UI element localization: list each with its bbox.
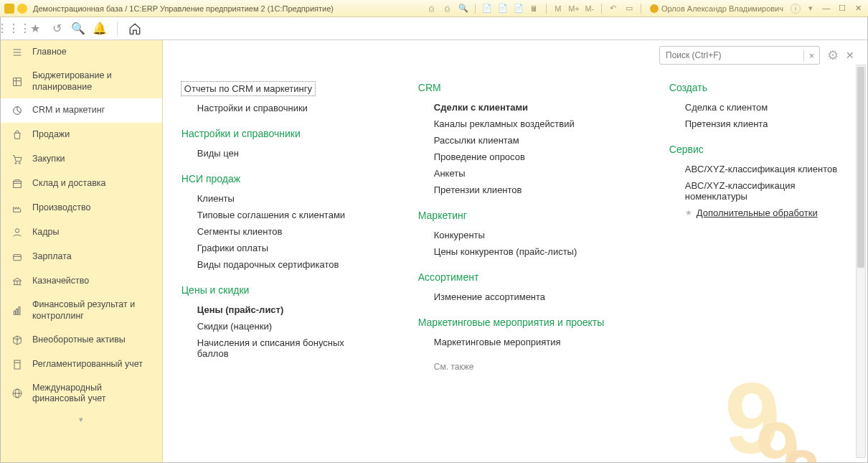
sidebar-item-label: Склад и доставка	[32, 178, 152, 190]
sidebar-item-5[interactable]: Склад и доставка	[1, 172, 162, 196]
sidebar-item-12[interactable]: Регламентированный учет	[1, 352, 162, 377]
menu-link[interactable]: Сегменты клиентов	[181, 223, 375, 240]
search-box[interactable]: ×	[659, 46, 820, 65]
sidebar-item-label: Финансовый результат и контроллинг	[32, 299, 152, 322]
sidebar-expand-icon[interactable]: ▾	[1, 411, 162, 429]
sidebar-item-4[interactable]: Закупки	[1, 147, 162, 172]
dropdown-icon[interactable]: ▾	[805, 3, 816, 14]
user-label[interactable]: Орлов Александр Владимирович	[647, 4, 786, 13]
sidebar-item-label: Зарплата	[32, 251, 152, 263]
doc3-icon[interactable]: 📄	[513, 3, 524, 14]
sidebar-item-11[interactable]: Внеоборотные активы	[1, 328, 162, 352]
menu-link[interactable]: Графики оплаты	[181, 240, 375, 256]
menu-link[interactable]: Отчеты по CRM и маркетингу	[181, 82, 315, 95]
menu-link[interactable]: Сделка с клиентом	[669, 99, 856, 116]
vertical-scrollbar[interactable]	[856, 65, 866, 458]
plan-icon	[11, 75, 24, 88]
home-icon[interactable]	[128, 22, 142, 36]
window-close-icon[interactable]: ✕	[852, 4, 864, 13]
menu-link[interactable]: Маркетинговые мероприятия	[418, 334, 626, 350]
sidebar-item-13[interactable]: Международный финансовый учет	[1, 377, 162, 411]
menu-link[interactable]: Рассылки клиентам	[418, 132, 626, 149]
search-input[interactable]	[660, 50, 803, 60]
sidebar-item-8[interactable]: Зарплата	[1, 245, 162, 269]
search-clear-icon[interactable]: ×	[803, 50, 819, 61]
menu-link[interactable]: Конкуренты	[418, 227, 626, 243]
menu-link[interactable]: Дополнительные обработки	[697, 205, 818, 221]
window-maximize-icon[interactable]: ☐	[836, 4, 848, 13]
sidebar-item-3[interactable]: Продажи	[1, 123, 162, 147]
menu-link[interactable]: ABC/XYZ-классификация номенклатуры	[669, 177, 856, 205]
pie-icon	[11, 104, 24, 117]
search-tb-icon[interactable]: 🔍	[71, 22, 85, 36]
section-title: НСИ продаж	[181, 173, 375, 184]
menu-icon	[11, 46, 24, 59]
apps-icon[interactable]: ⋮⋮⋮	[6, 22, 21, 36]
sidebar-item-label: Казначейство	[32, 276, 152, 287]
sidebar-item-6[interactable]: Производство	[1, 196, 162, 220]
book-icon[interactable]: ▭	[623, 3, 635, 14]
mminus-icon[interactable]: M-	[584, 3, 595, 14]
calc-icon[interactable]: 🖩	[529, 3, 540, 14]
mplus-icon[interactable]: M+	[568, 3, 580, 14]
titlebar: Демонстрационная база / 1С:ERP Управлени…	[0, 0, 868, 17]
menu-link[interactable]: Цены (прайс-лист)	[181, 301, 375, 318]
menu-link[interactable]: Начисления и списания бонусных баллов	[181, 335, 375, 362]
menu-link[interactable]: Настройки и справочники	[181, 100, 375, 116]
menu-link[interactable]: Проведение опросов	[418, 149, 626, 165]
menu-link[interactable]: Цены конкурентов (прайс-листы)	[418, 243, 626, 260]
bag-icon	[11, 128, 24, 141]
sidebar-item-1[interactable]: Бюджетирование и планирование	[1, 65, 162, 98]
back-icon[interactable]: ↶	[608, 3, 619, 14]
bell-icon[interactable]: 🔔	[93, 22, 107, 36]
sidebar-item-2[interactable]: CRM и маркетинг	[1, 98, 162, 123]
menu-link[interactable]: Претензии клиентов	[418, 182, 626, 198]
menu-link[interactable]: ABC/XYZ-классификация клиентов	[669, 161, 856, 177]
person-icon	[11, 226, 24, 239]
svg-rect-17	[14, 311, 15, 314]
star-icon[interactable]: ★	[28, 22, 42, 36]
window-minimize-icon[interactable]: —	[821, 4, 832, 13]
menu-link[interactable]: Претензия клиента	[669, 116, 856, 132]
menu-link[interactable]: Виды цен	[181, 145, 375, 162]
svg-rect-11	[14, 255, 22, 261]
section-title: CRM	[418, 82, 626, 93]
menu-link[interactable]: Изменение ассортимента	[418, 289, 626, 305]
section-title: Создать	[669, 82, 856, 93]
menu-link[interactable]: Клиенты	[181, 190, 375, 207]
menu-link[interactable]: Виды подарочных сертификатов	[181, 256, 375, 273]
menu-link[interactable]: Типовые соглашения с клиентами	[181, 207, 375, 223]
gear-icon[interactable]: ⚙	[827, 47, 839, 63]
history-icon[interactable]: ↺	[49, 22, 64, 36]
scrollbar-thumb[interactable]	[857, 67, 864, 268]
cart-icon	[11, 153, 24, 166]
sidebar-item-label: CRM и маркетинг	[32, 105, 152, 116]
sidebar-item-label: Внеоборотные активы	[32, 335, 152, 346]
svg-rect-18	[16, 309, 18, 314]
app-logo-1c-icon	[4, 4, 14, 14]
box-icon	[11, 177, 24, 190]
print2-icon[interactable]: ⎙	[442, 3, 453, 14]
info-icon[interactable]: i	[791, 4, 801, 14]
m-icon[interactable]: M	[552, 3, 564, 14]
menu-link[interactable]: Анкеты	[418, 165, 626, 182]
menu-link[interactable]: Каналы рекламных воздействий	[418, 116, 626, 132]
print-icon[interactable]: ⎙	[426, 3, 438, 14]
sidebar-item-7[interactable]: Кадры	[1, 220, 162, 245]
zoom-icon[interactable]: 🔍	[458, 3, 469, 14]
doc2-icon[interactable]: 📄	[497, 3, 509, 14]
sidebar-item-0[interactable]: Главное	[1, 40, 162, 65]
wallet-icon	[11, 251, 24, 263]
doc1-icon[interactable]: 📄	[481, 3, 493, 14]
bank-icon	[11, 275, 24, 288]
section-title: Настройки и справочники	[181, 128, 375, 139]
menu-link[interactable]: Скидки (наценки)	[181, 318, 375, 335]
sidebar-item-10[interactable]: Финансовый результат и контроллинг	[1, 294, 162, 327]
svg-point-8	[19, 163, 20, 164]
app-logo-smile-icon	[17, 4, 27, 14]
column-1: Отчеты по CRM и маркетингуНастройки и сп…	[181, 82, 375, 448]
menu-link[interactable]: Сделки с клиентами	[418, 99, 626, 116]
panel-close-icon[interactable]: ✕	[846, 50, 854, 61]
sidebar-item-9[interactable]: Казначейство	[1, 269, 162, 294]
section-title: Маркетинг	[418, 210, 626, 221]
